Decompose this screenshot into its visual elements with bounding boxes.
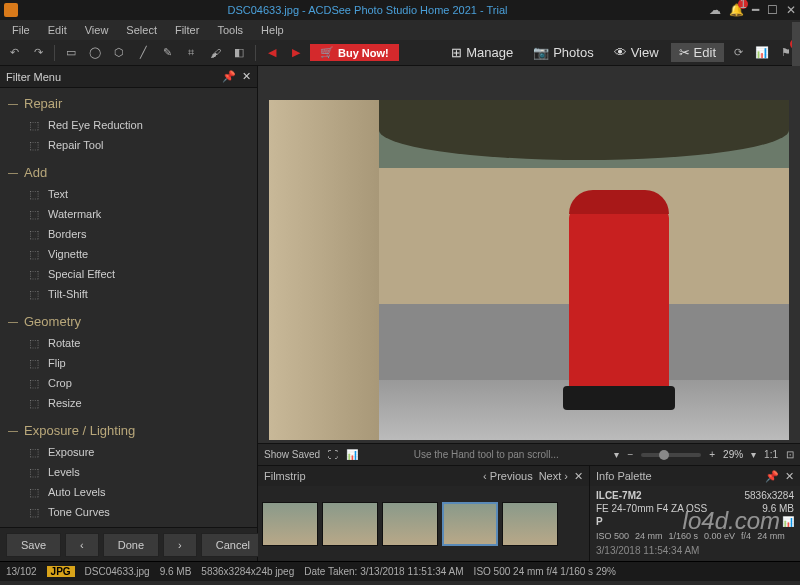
filter-vignette[interactable]: ⬚Vignette bbox=[0, 244, 257, 264]
zoom-slider[interactable] bbox=[641, 453, 701, 457]
thumbnail[interactable] bbox=[442, 502, 498, 546]
info-pin-icon[interactable]: 📌 bbox=[765, 470, 779, 483]
menu-tools[interactable]: Tools bbox=[209, 22, 251, 38]
collapse-icon: — bbox=[8, 167, 18, 178]
filmstrip-prev[interactable]: ‹ Previous bbox=[483, 470, 533, 483]
group-Add[interactable]: —Add bbox=[0, 161, 257, 184]
line-icon[interactable]: ╱ bbox=[133, 43, 153, 63]
next-icon[interactable]: ▶ bbox=[286, 43, 306, 63]
info-title: Info Palette bbox=[596, 470, 652, 482]
thumbnail[interactable] bbox=[382, 502, 438, 546]
brush-icon[interactable]: 🖌 bbox=[205, 43, 225, 63]
filter-watermark[interactable]: ⬚Watermark bbox=[0, 204, 257, 224]
filter-crop[interactable]: ⬚Crop bbox=[0, 373, 257, 393]
thumbnail[interactable] bbox=[502, 502, 558, 546]
minimize-icon[interactable]: ━ bbox=[752, 3, 759, 17]
next-button[interactable]: › bbox=[163, 533, 197, 557]
mode-edit[interactable]: ✂Edit bbox=[671, 43, 724, 62]
fullscreen-icon[interactable]: ⛶ bbox=[328, 449, 338, 460]
prev-button[interactable]: ‹ bbox=[65, 533, 99, 557]
stats-icon[interactable]: 📊 bbox=[752, 43, 772, 63]
sparkle-icon: ⬚ bbox=[26, 267, 42, 281]
sync-icon[interactable]: ⟳ bbox=[728, 43, 748, 63]
filter-special-effect[interactable]: ⬚Special Effect bbox=[0, 264, 257, 284]
group-Exposure / Lighting[interactable]: —Exposure / Lighting bbox=[0, 419, 257, 442]
info-palette: Info Palette 📌 ✕ ILCE-7M25836x3284 FE 24… bbox=[590, 466, 800, 561]
tilt-icon: ⬚ bbox=[26, 287, 42, 301]
histogram-icon[interactable]: 📊 bbox=[346, 449, 358, 460]
filmstrip-close-icon[interactable]: ✕ bbox=[574, 470, 583, 483]
sidebar-content[interactable]: —Repair⬚Red Eye Reduction⬚Repair Tool—Ad… bbox=[0, 88, 257, 527]
done-button[interactable]: Done bbox=[103, 533, 159, 557]
filter-rotate[interactable]: ⬚Rotate bbox=[0, 333, 257, 353]
filmstrip-next[interactable]: Next › bbox=[539, 470, 568, 483]
group-Repair[interactable]: —Repair bbox=[0, 92, 257, 115]
filter-red-eye-reduction[interactable]: ⬚Red Eye Reduction bbox=[0, 115, 257, 135]
mode-photos[interactable]: 📷Photos bbox=[525, 43, 601, 62]
filter-text[interactable]: ⬚Text bbox=[0, 184, 257, 204]
close-icon[interactable]: ✕ bbox=[786, 3, 796, 17]
statusbar: 13/102 JPG DSC04633.jpg 9.6 MB 5836x3284… bbox=[0, 561, 800, 581]
filter-tilt-shift[interactable]: ⬚Tilt-Shift bbox=[0, 284, 257, 304]
fit-button[interactable]: 1:1 bbox=[764, 449, 778, 460]
pin-icon[interactable]: 📌 bbox=[222, 70, 236, 83]
curves-icon: ⬚ bbox=[26, 505, 42, 519]
zoom-dropdown-icon[interactable]: ▾ bbox=[751, 449, 756, 460]
eraser-icon[interactable]: ◧ bbox=[229, 43, 249, 63]
menu-file[interactable]: File bbox=[4, 22, 38, 38]
zoom-in-icon[interactable]: + bbox=[709, 449, 715, 460]
titlebar: DSC04633.jpg - ACDSee Photo Studio Home … bbox=[0, 0, 800, 20]
crop-icon[interactable]: ⌗ bbox=[181, 43, 201, 63]
group-Geometry[interactable]: —Geometry bbox=[0, 310, 257, 333]
menu-help[interactable]: Help bbox=[253, 22, 292, 38]
toolbar-separator bbox=[54, 45, 55, 61]
select-rect-icon[interactable]: ▭ bbox=[61, 43, 81, 63]
buy-now-button[interactable]: 🛒 Buy Now! bbox=[310, 44, 399, 61]
eyedropper-icon[interactable]: ✎ bbox=[157, 43, 177, 63]
notify-icon[interactable]: 🔔1 bbox=[729, 3, 744, 17]
thumbnail[interactable] bbox=[262, 502, 318, 546]
tools-icon: ✂ bbox=[679, 45, 690, 60]
canvas-toolbar: Show Saved ⛶ 📊 Use the Hand tool to pan … bbox=[258, 443, 800, 465]
status-index: 13/102 bbox=[6, 566, 37, 577]
filter-borders[interactable]: ⬚Borders bbox=[0, 224, 257, 244]
redo-icon[interactable]: ↷ bbox=[28, 43, 48, 63]
sidebar-footer: Save ‹ Done › Cancel bbox=[0, 527, 257, 561]
select-ellipse-icon[interactable]: ◯ bbox=[85, 43, 105, 63]
filter-flip[interactable]: ⬚Flip bbox=[0, 353, 257, 373]
save-button[interactable]: Save bbox=[6, 533, 61, 557]
info-close-icon[interactable]: ✕ bbox=[785, 470, 794, 483]
bandage-icon: ⬚ bbox=[26, 138, 42, 152]
toolbar: ↶ ↷ ▭ ◯ ⬡ ╱ ✎ ⌗ 🖌 ◧ ◀ ▶ 🛒 Buy Now! ⊞Mana… bbox=[0, 40, 800, 66]
menu-filter[interactable]: Filter bbox=[167, 22, 207, 38]
filter-tone-curves[interactable]: ⬚Tone Curves bbox=[0, 502, 257, 522]
filter-resize[interactable]: ⬚Resize bbox=[0, 393, 257, 413]
menu-view[interactable]: View bbox=[77, 22, 117, 38]
menu-select[interactable]: Select bbox=[118, 22, 165, 38]
mode-view[interactable]: 👁View bbox=[606, 43, 667, 62]
filter-repair-tool[interactable]: ⬚Repair Tool bbox=[0, 135, 257, 155]
mode-manage[interactable]: ⊞Manage bbox=[443, 43, 521, 62]
thumbnail[interactable] bbox=[322, 502, 378, 546]
filter-exposure[interactable]: ⬚Exposure bbox=[0, 442, 257, 462]
undo-icon[interactable]: ↶ bbox=[4, 43, 24, 63]
filter-auto-levels[interactable]: ⬚Auto Levels bbox=[0, 482, 257, 502]
show-saved-button[interactable]: Show Saved bbox=[264, 449, 320, 460]
canvas[interactable] bbox=[258, 66, 800, 443]
collapse-icon: — bbox=[8, 98, 18, 109]
vignette-icon: ⬚ bbox=[26, 247, 42, 261]
cancel-button[interactable]: Cancel bbox=[201, 533, 265, 557]
expand-icon[interactable]: ⊡ bbox=[786, 449, 794, 460]
prev-icon[interactable]: ◀ bbox=[262, 43, 282, 63]
zoom-out-icon[interactable]: − bbox=[627, 449, 633, 460]
lasso-icon[interactable]: ⬡ bbox=[109, 43, 129, 63]
menu-edit[interactable]: Edit bbox=[40, 22, 75, 38]
zoom-menu-icon[interactable]: ▾ bbox=[614, 449, 619, 460]
camera-icon: 📷 bbox=[533, 45, 549, 60]
status-filesize: 9.6 MB bbox=[160, 566, 192, 577]
filter-levels[interactable]: ⬚Levels bbox=[0, 462, 257, 482]
cloud-icon[interactable]: ☁ bbox=[709, 3, 721, 17]
sidebar-header: Filter Menu 📌 ✕ bbox=[0, 66, 257, 88]
close-panel-icon[interactable]: ✕ bbox=[242, 70, 251, 83]
maximize-icon[interactable]: ☐ bbox=[767, 3, 778, 17]
